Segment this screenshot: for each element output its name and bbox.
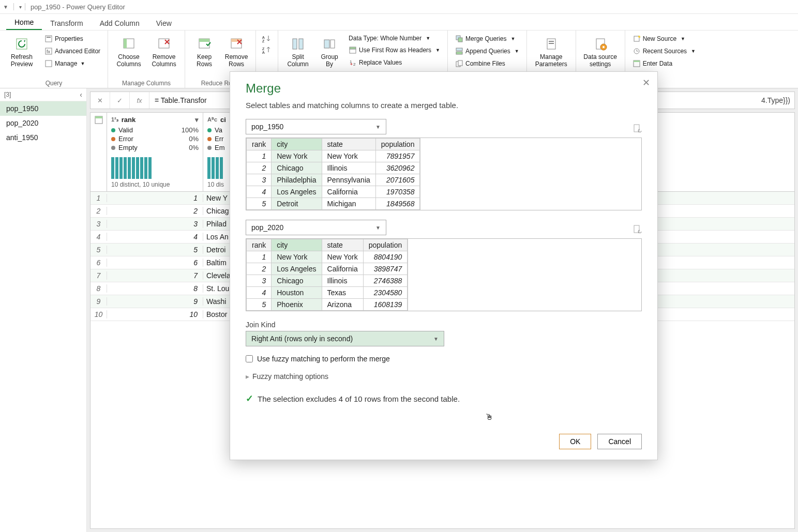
refresh-preview-icon[interactable] bbox=[634, 124, 642, 132]
qat-dropdown-icon[interactable]: ▼ bbox=[3, 4, 8, 10]
formula-fx-button[interactable]: fx bbox=[130, 92, 149, 109]
table-row[interactable]: 1New YorkNew York8804190 bbox=[247, 251, 408, 263]
recent-sources-button[interactable]: Recent Sources▼ bbox=[630, 46, 698, 56]
column-header-rank[interactable]: rank bbox=[247, 139, 272, 150]
svg-rect-32 bbox=[549, 41, 554, 42]
tab-view[interactable]: View bbox=[148, 16, 180, 30]
append-queries-button[interactable]: Append Queries▼ bbox=[453, 46, 521, 56]
svg-rect-8 bbox=[159, 39, 169, 48]
svg-rect-22 bbox=[350, 49, 356, 53]
table2-select[interactable]: pop_2020▼ bbox=[246, 220, 386, 235]
svg-rect-17 bbox=[293, 39, 297, 49]
check-icon: ✓ bbox=[246, 393, 253, 404]
svg-point-38 bbox=[638, 36, 640, 38]
replace-values-button[interactable]: 12Replace Values bbox=[347, 57, 442, 68]
svg-rect-7 bbox=[124, 39, 127, 48]
split-column-button[interactable]: Split Column bbox=[283, 34, 312, 76]
append-icon bbox=[455, 47, 463, 55]
column-header-rank[interactable]: 1²₃rank▾ bbox=[111, 116, 199, 126]
tab-home[interactable]: Home bbox=[6, 15, 42, 30]
combine-files-icon bbox=[455, 59, 463, 68]
sidebar-item-pop_1950[interactable]: pop_1950 bbox=[0, 101, 86, 116]
merge-queries-button[interactable]: Merge Queries▼ bbox=[453, 34, 521, 44]
chevron-down-icon: ▼ bbox=[375, 124, 381, 130]
svg-text:fx: fx bbox=[47, 49, 51, 54]
choose-columns-icon bbox=[121, 36, 137, 52]
tab-add-column[interactable]: Add Column bbox=[92, 16, 148, 30]
headers-icon bbox=[349, 46, 357, 54]
advanced-editor-button[interactable]: fxAdvanced Editor bbox=[42, 46, 102, 56]
fuzzy-options-expander[interactable]: ▸Fuzzy matching options bbox=[246, 372, 642, 381]
svg-rect-2 bbox=[47, 37, 51, 38]
properties-button[interactable]: Properties bbox=[42, 34, 102, 44]
remove-rows-icon bbox=[228, 36, 245, 52]
table-row[interactable]: 5DetroitMichigan1849568 bbox=[247, 198, 420, 210]
refresh-preview-icon[interactable] bbox=[634, 225, 642, 233]
keep-rows-button[interactable]: Keep Rows bbox=[190, 34, 218, 76]
table-row[interactable]: 2Los AngelesCalifornia3898747 bbox=[247, 263, 408, 275]
fuzzy-matching-checkbox[interactable]: Use fuzzy matching to perform the merge bbox=[246, 355, 642, 363]
sort-desc-button[interactable]: ZA bbox=[261, 45, 273, 55]
combine-files-button[interactable]: Combine Files bbox=[453, 58, 521, 69]
formula-accept-button[interactable]: ✓ bbox=[110, 92, 130, 109]
collapse-sidebar-icon[interactable]: ‹ bbox=[80, 90, 82, 99]
chevron-right-icon: ▸ bbox=[246, 372, 249, 381]
table1-preview: rankcitystatepopulation1New YorkNew York… bbox=[246, 138, 642, 210]
sidebar-item-anti_1950[interactable]: anti_1950 bbox=[0, 130, 86, 145]
join-kind-select[interactable]: Right Anti (rows only in second)▼ bbox=[246, 331, 444, 346]
formula-cancel-button[interactable]: ✕ bbox=[91, 92, 110, 109]
formula-tail: 4.Type}}) bbox=[757, 96, 794, 104]
svg-point-36 bbox=[603, 46, 605, 48]
svg-rect-10 bbox=[199, 39, 209, 42]
merge-dialog: ✕ Merge Select tables and matching colum… bbox=[230, 71, 658, 460]
column-header-population[interactable]: population bbox=[363, 239, 408, 251]
svg-text:A: A bbox=[262, 51, 265, 54]
qat-overflow-icon[interactable]: ▾ bbox=[19, 4, 22, 10]
cancel-button[interactable]: Cancel bbox=[597, 434, 642, 449]
svg-rect-28 bbox=[456, 52, 462, 54]
choose-columns-button[interactable]: Choose Columns bbox=[113, 34, 144, 76]
column-header-population[interactable]: population bbox=[375, 139, 420, 150]
keep-rows-icon bbox=[196, 36, 213, 52]
table-row[interactable]: 1New YorkNew York7891957 bbox=[247, 150, 420, 162]
table-row[interactable]: 4Los AngelesCalifornia1970358 bbox=[247, 186, 420, 198]
data-source-settings-button[interactable]: Data source settings bbox=[581, 34, 620, 76]
table1-select[interactable]: pop_1950▼ bbox=[246, 119, 386, 134]
table-row[interactable]: 2ChicagoIllinois3620962 bbox=[247, 162, 420, 174]
chevron-down-icon: ▼ bbox=[433, 336, 439, 342]
svg-text:Z: Z bbox=[262, 39, 265, 43]
column-header-city[interactable]: city bbox=[272, 139, 322, 150]
group-by-button[interactable]: Group By bbox=[317, 34, 342, 76]
column-header-rank[interactable]: rank bbox=[247, 239, 272, 251]
sort-asc-button[interactable]: AZ bbox=[261, 34, 273, 44]
data-type-button[interactable]: Data Type: Whole Number▼ bbox=[347, 34, 442, 43]
table-row[interactable]: 3PhiladelphiaPennsylvania2071605 bbox=[247, 174, 420, 186]
close-icon[interactable]: ✕ bbox=[642, 77, 650, 88]
row-index-header[interactable] bbox=[91, 113, 107, 191]
recent-icon bbox=[633, 47, 641, 55]
manage-button[interactable]: Manage▼ bbox=[42, 58, 102, 69]
sidebar-item-pop_2020[interactable]: pop_2020 bbox=[0, 116, 86, 130]
enter-data-button[interactable]: Enter Data bbox=[630, 58, 698, 69]
column-header-state[interactable]: state bbox=[322, 239, 363, 251]
table-row[interactable]: 3ChicagoIllinois2746388 bbox=[247, 275, 408, 287]
svg-rect-30 bbox=[458, 60, 462, 66]
remove-columns-button[interactable]: Remove Columns bbox=[148, 34, 179, 76]
column-header-city[interactable]: Aᴮcci bbox=[207, 116, 230, 126]
refresh-preview-button[interactable]: Refresh Preview bbox=[5, 34, 38, 76]
column-dropdown-icon[interactable]: ▾ bbox=[195, 116, 199, 124]
group-icon bbox=[321, 36, 338, 52]
new-source-button[interactable]: New Source▼ bbox=[630, 34, 698, 44]
ok-button[interactable]: OK bbox=[559, 434, 591, 449]
svg-text:2: 2 bbox=[353, 62, 356, 66]
remove-rows-button[interactable]: Remove Rows bbox=[222, 34, 250, 76]
column-header-state[interactable]: state bbox=[322, 139, 375, 150]
chevron-down-icon: ▼ bbox=[375, 225, 381, 231]
table-row[interactable]: 4HoustonTexas2304580 bbox=[247, 287, 408, 299]
tab-transform[interactable]: Transform bbox=[42, 16, 91, 30]
column-header-city[interactable]: city bbox=[272, 239, 322, 251]
manage-parameters-button[interactable]: Manage Parameters bbox=[532, 34, 570, 76]
ribbon-tabs: Home Transform Add Column View bbox=[0, 14, 798, 31]
first-row-headers-button[interactable]: Use First Row as Headers▼ bbox=[347, 45, 442, 55]
table-row[interactable]: 5PhoenixArizona1608139 bbox=[247, 299, 408, 311]
